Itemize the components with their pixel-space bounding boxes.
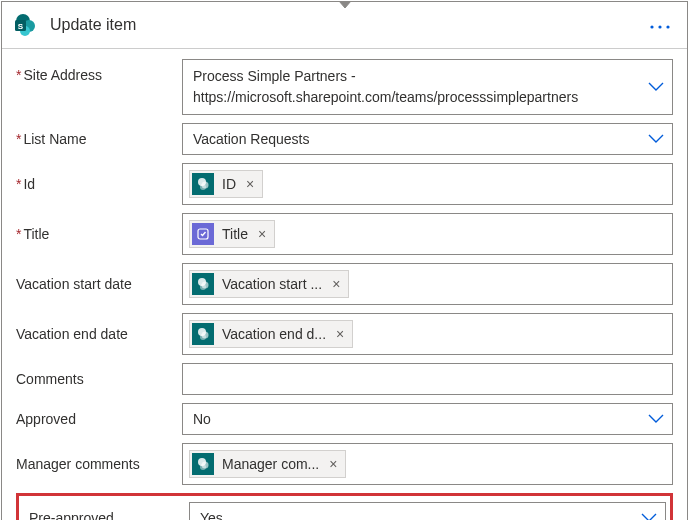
label-comments: Comments [16,371,176,387]
svg-text:S: S [18,22,24,31]
label-title: Title [16,226,176,242]
card-menu-button[interactable] [643,13,677,38]
svg-point-10 [200,184,206,190]
token-id-label: ID [220,176,238,192]
svg-point-14 [200,284,206,290]
token-id[interactable]: ID × [189,170,263,198]
token-vacation-end[interactable]: Vacation end d... × [189,320,353,348]
label-pre-approved: Pre-approved [23,510,183,520]
vacation-end-input[interactable]: Vacation end d... × [182,313,673,355]
chevron-down-icon[interactable] [641,513,657,520]
list-name-select[interactable]: Vacation Requests [182,123,673,155]
token-title-label: Title [220,226,250,242]
sharepoint-token-icon [192,273,214,295]
token-manager-comments[interactable]: Manager com... × [189,450,346,478]
token-manager-comments-label: Manager com... [220,456,321,472]
svg-point-6 [658,25,661,28]
row-vacation-end: Vacation end date Vacation end d... × [16,313,673,355]
row-manager-comments: Manager comments Manager com... × [16,443,673,485]
row-vacation-start: Vacation start date Vacation start ... × [16,263,673,305]
card-body: Site Address Process Simple Partners - h… [2,49,687,520]
chevron-down-icon[interactable] [648,82,664,92]
svg-point-17 [200,334,206,340]
token-remove-icon[interactable]: × [256,226,268,242]
token-vacation-start-label: Vacation start ... [220,276,324,292]
label-approved: Approved [16,411,176,427]
row-title: Title Title × [16,213,673,255]
label-id: Id [16,176,176,192]
row-approved: Approved No [16,403,673,435]
sharepoint-token-icon [192,323,214,345]
pre-approved-value: Yes [196,508,659,520]
sharepoint-icon: S [10,10,40,40]
title-input[interactable]: Title × [182,213,673,255]
approvals-token-icon [192,223,214,245]
card-notch-icon [327,1,363,10]
site-address-url: https://microsoft.sharepoint.com/teams/p… [193,87,578,108]
row-list-name: List Name Vacation Requests [16,123,673,155]
token-title[interactable]: Title × [189,220,275,248]
vacation-start-input[interactable]: Vacation start ... × [182,263,673,305]
label-manager-comments: Manager comments [16,456,176,472]
chevron-down-icon[interactable] [648,414,664,424]
label-site-address: Site Address [16,59,176,83]
label-vacation-end: Vacation end date [16,326,176,342]
chevron-down-icon[interactable] [648,134,664,144]
comments-input[interactable] [182,363,673,395]
id-input[interactable]: ID × [182,163,673,205]
row-id: Id ID × [16,163,673,205]
site-address-name: Process Simple Partners - [193,66,356,87]
token-remove-icon[interactable]: × [244,176,256,192]
row-comments: Comments [16,363,673,395]
token-remove-icon[interactable]: × [330,276,342,292]
svg-point-5 [650,25,653,28]
row-pre-approved: Pre-approved Yes [16,493,673,520]
label-vacation-start: Vacation start date [16,276,176,292]
svg-point-20 [200,464,206,470]
update-item-card: S Update item Site Address Process Simpl… [1,1,688,520]
sharepoint-token-icon [192,453,214,475]
manager-comments-input[interactable]: Manager com... × [182,443,673,485]
list-name-value: Vacation Requests [189,129,666,149]
site-address-select[interactable]: Process Simple Partners - https://micros… [182,59,673,115]
token-vacation-end-label: Vacation end d... [220,326,328,342]
row-site-address: Site Address Process Simple Partners - h… [16,59,673,115]
card-title: Update item [50,16,633,34]
approved-select[interactable]: No [182,403,673,435]
label-list-name: List Name [16,131,176,147]
token-remove-icon[interactable]: × [334,326,346,342]
sharepoint-token-icon [192,173,214,195]
token-remove-icon[interactable]: × [327,456,339,472]
approved-value: No [189,409,666,429]
pre-approved-select[interactable]: Yes [189,502,666,520]
token-vacation-start[interactable]: Vacation start ... × [189,270,349,298]
svg-point-7 [666,25,669,28]
